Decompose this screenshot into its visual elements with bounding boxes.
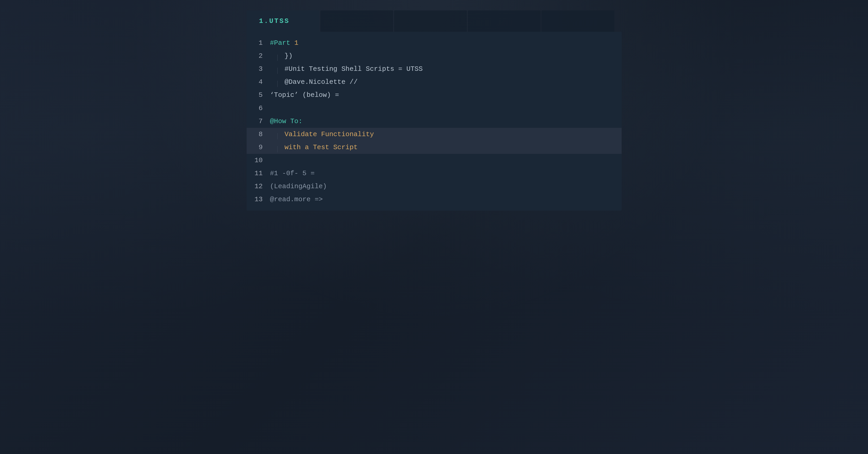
line-number: 12 xyxy=(252,181,268,192)
editor-tab-2[interactable] xyxy=(394,10,467,32)
code-line[interactable]: 6 xyxy=(247,102,622,115)
line-content: @How To: xyxy=(268,116,622,127)
code-token: @read.more => xyxy=(270,195,323,203)
line-number: 9 xyxy=(252,142,268,153)
code-token: #Unit Testing Shell Scripts = UTSS xyxy=(285,65,423,73)
code-line[interactable]: 11#1 -0f- 5 = xyxy=(247,167,622,180)
editor-window: 1.UTSS 1#Part 12})3#Unit Testing Shell S… xyxy=(247,10,622,210)
code-line[interactable]: 8Validate Functionality xyxy=(247,128,622,141)
line-number: 3 xyxy=(252,64,268,74)
code-line[interactable]: 7@How To: xyxy=(247,115,622,128)
line-number: 8 xyxy=(252,129,268,140)
editor-tab-1[interactable] xyxy=(320,10,393,32)
code-line[interactable]: 10 xyxy=(247,154,622,167)
line-number: 13 xyxy=(252,194,268,205)
editor-tab-3[interactable] xyxy=(468,10,540,32)
line-number: 2 xyxy=(252,51,268,61)
line-content: ‘Topic’ (below) = xyxy=(268,90,622,100)
line-number: 7 xyxy=(252,116,268,127)
code-line[interactable]: 3#Unit Testing Shell Scripts = UTSS xyxy=(247,63,622,75)
line-number: 4 xyxy=(252,76,268,88)
editor-tab-4[interactable] xyxy=(541,10,614,32)
code-line[interactable]: 9with a Test Script xyxy=(247,141,622,154)
code-token: #Part xyxy=(270,39,294,47)
line-content: Validate Functionality xyxy=(268,129,622,140)
code-token: Validate Functionality xyxy=(285,130,374,138)
line-content: @read.more => xyxy=(268,194,622,205)
code-line[interactable]: 1#Part 1 xyxy=(247,36,622,50)
line-number: 6 xyxy=(252,103,268,114)
line-content: }) xyxy=(268,51,622,61)
code-line[interactable]: 13@read.more => xyxy=(247,193,622,206)
editor-body: 1#Part 12})3#Unit Testing Shell Scripts … xyxy=(247,32,622,210)
line-number: 1 xyxy=(252,37,268,48)
line-content: #Unit Testing Shell Scripts = UTSS xyxy=(268,64,622,74)
line-content: @Dave.Nicolette // xyxy=(268,76,622,88)
code-token: @Dave.Nicolette // xyxy=(285,78,358,86)
code-token: 1 xyxy=(294,39,299,47)
code-token: ‘Topic’ (below) = xyxy=(270,91,339,99)
tabs-bar: 1.UTSS xyxy=(247,10,622,32)
code-token: (LeadingAgile) xyxy=(270,183,327,190)
line-content: with a Test Script xyxy=(268,142,622,153)
line-content: #1 -0f- 5 = xyxy=(268,168,622,179)
line-number: 5 xyxy=(252,90,268,100)
code-line[interactable]: 4@Dave.Nicolette // xyxy=(247,75,622,89)
line-number: 11 xyxy=(252,168,268,179)
code-line[interactable]: 5‘Topic’ (below) = xyxy=(247,89,622,101)
code-token: with a Test Script xyxy=(285,143,358,151)
line-content: #Part 1 xyxy=(268,37,622,48)
code-token: }) xyxy=(285,52,293,60)
code-token: @How To: xyxy=(270,118,303,125)
code-token: #1 -0f- 5 = xyxy=(270,169,315,177)
line-number: 10 xyxy=(252,155,268,166)
code-line[interactable]: 2}) xyxy=(247,50,622,63)
line-content: (LeadingAgile) xyxy=(268,181,622,192)
editor-tab-0[interactable]: 1.UTSS xyxy=(247,10,319,32)
code-line[interactable]: 12(LeadingAgile) xyxy=(247,180,622,193)
